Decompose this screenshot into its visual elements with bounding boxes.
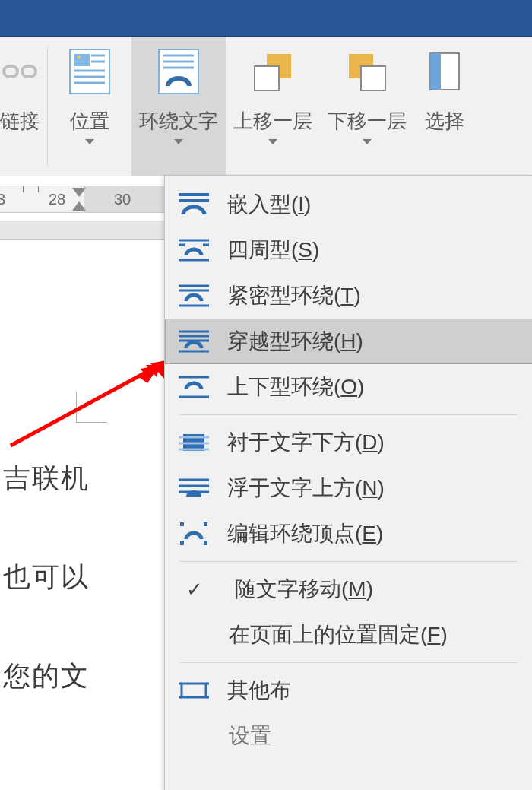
svg-rect-48: [180, 541, 184, 545]
checkmark-icon: ✓: [179, 578, 235, 601]
dropdown-caret-icon: [85, 139, 94, 144]
ribbon-link-button[interactable]: 链接: [0, 37, 47, 176]
ribbon: 链接 位置: [0, 37, 532, 176]
wrap-topbottom-icon: [179, 374, 209, 400]
wrap-inline-icon: [179, 192, 209, 217]
menu-separator: [180, 561, 518, 562]
window-titlebar: [0, 0, 532, 37]
wrap-tight-icon: [179, 283, 209, 309]
menu-item-behind[interactable]: 衬于文字下方(D): [165, 420, 532, 465]
wrap-behind-icon: [179, 430, 209, 455]
wraptext-dropdown-menu: 嵌入型(I) 四周型(S): [164, 175, 532, 790]
menu-item-fixposition[interactable]: 在页面上的位置固定(F): [165, 612, 532, 658]
menu-separator: [180, 662, 518, 663]
ribbon-bringforward-button[interactable]: 上移一层: [226, 37, 320, 176]
menu-item-label: 穿越型环绕(H): [227, 327, 363, 356]
wrap-square-icon: [179, 237, 209, 263]
body-text-line: 吉联机: [3, 460, 90, 497]
indent-marker-icon[interactable]: [72, 201, 86, 211]
menu-item-label: 紧密型环绕(T): [227, 281, 361, 310]
link-icon: [2, 60, 37, 83]
menu-item-label: 嵌入型(I): [227, 190, 311, 219]
margin-crop-mark: [76, 392, 107, 423]
menu-separator: [180, 414, 518, 415]
dropdown-caret-icon: [363, 139, 372, 144]
selection-pane-icon: [427, 50, 462, 93]
ribbon-select-button[interactable]: 选择: [414, 37, 467, 176]
menu-item-inline[interactable]: 嵌入型(I): [165, 182, 532, 227]
svg-rect-15: [255, 66, 279, 90]
menu-item-editpoints[interactable]: 编辑环绕顶点(E): [165, 511, 532, 557]
menu-item-label: 随文字移动(M): [235, 575, 373, 604]
ribbon-link-label: 链接: [0, 109, 40, 133]
body-text-line: 也可以: [3, 559, 90, 596]
ruler-tick-28: 28: [49, 191, 65, 208]
svg-rect-17: [361, 66, 385, 90]
svg-rect-0: [4, 66, 17, 77]
ribbon-bringforward-label: 上移一层: [233, 109, 312, 133]
menu-item-label: 设置: [229, 722, 271, 750]
ruler-tick-30: 30: [114, 191, 131, 208]
wrap-through-icon: [179, 328, 209, 354]
menu-item-label: 四周型(S): [227, 236, 319, 265]
bring-forward-icon: [249, 49, 297, 94]
send-backward-icon: [343, 49, 391, 94]
dropdown-caret-icon: [268, 139, 277, 144]
menu-item-set[interactable]: 设置: [165, 713, 532, 759]
menu-item-square[interactable]: 四周型(S): [165, 227, 532, 273]
svg-rect-50: [182, 684, 206, 697]
ribbon-select-label: 选择: [425, 109, 464, 133]
menu-item-topbottom[interactable]: 上下型环绕(O): [165, 364, 532, 410]
body-text-line: 您的文: [3, 658, 90, 695]
menu-item-movewithtext[interactable]: ✓ 随文字移动(M): [165, 566, 532, 612]
menu-item-label: 其他布: [227, 676, 291, 705]
menu-item-front[interactable]: 浮于文字上方(N): [165, 465, 532, 511]
ribbon-sendbackward-button[interactable]: 下移一层: [320, 37, 414, 176]
ribbon-sendbackward-label: 下移一层: [328, 109, 407, 133]
svg-point-4: [78, 56, 81, 59]
svg-rect-47: [204, 522, 207, 526]
svg-rect-46: [180, 522, 184, 526]
menu-item-label: 编辑环绕顶点(E): [227, 519, 383, 548]
wrap-front-icon: [179, 475, 209, 501]
ruler-tick-partial: 3: [0, 191, 5, 208]
svg-rect-19: [430, 53, 441, 90]
svg-rect-3: [74, 54, 90, 66]
first-line-indent-marker-icon[interactable]: [72, 188, 86, 197]
menu-item-tight[interactable]: 紧密型环绕(T): [165, 273, 532, 319]
menu-item-label: 在页面上的位置固定(F): [229, 620, 448, 649]
ribbon-position-button[interactable]: 位置: [48, 37, 131, 176]
wraptext-icon: [157, 48, 200, 95]
menu-item-through[interactable]: 穿越型环绕(H): [165, 319, 532, 364]
svg-rect-1: [22, 66, 36, 77]
ribbon-wraptext-label: 环绕文字: [139, 109, 218, 133]
svg-rect-49: [204, 541, 207, 545]
menu-item-label: 浮于文字上方(N): [227, 474, 385, 503]
dropdown-caret-icon: [174, 139, 183, 144]
menu-item-label: 衬于文字下方(D): [227, 428, 385, 457]
ribbon-wraptext-button[interactable]: 环绕文字: [131, 37, 226, 176]
menu-item-other[interactable]: 其他布: [165, 668, 532, 713]
menu-item-label: 上下型环绕(O): [227, 373, 364, 401]
ribbon-position-label: 位置: [70, 109, 109, 133]
more-layout-icon: [179, 677, 209, 703]
position-icon: [68, 48, 111, 95]
edit-wrap-points-icon: [179, 521, 209, 547]
